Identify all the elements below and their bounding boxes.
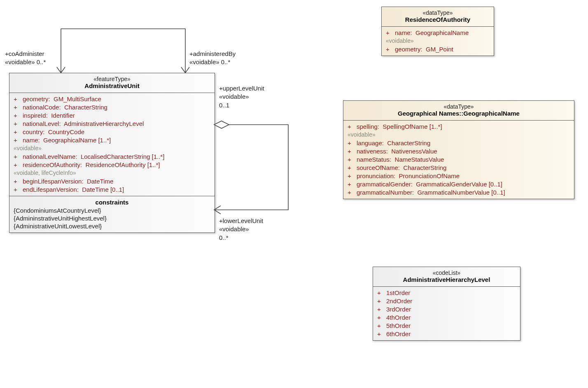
attribute-row: +name: GeographicalName [1..*] [14,136,210,144]
attributes: +spelling: SpellingOfName [1..*] «voidab… [343,121,574,199]
class-name: AdministrativeUnit [14,82,210,89]
stereotype: «dataType» [386,9,490,16]
label-upperlevelunit: +upperLevelUnit «voidable» 0..1 [219,84,264,109]
attribute-row: +grammaticalGender: GrammaticalGenderVal… [348,180,570,188]
attribute-row: +nationalCode: CharacterString [14,103,210,111]
attributes: +1stOrder+2ndOrder+3rdOrder+4thOrder+5th… [373,287,520,340]
lifecycle-label: «voidable, lifeCycleInfo» [14,169,210,177]
attribute-row: +nameStatus: NameStatusValue [348,155,570,163]
stereotype: «codeList» [377,270,516,276]
class-name: AdministrativeHierarchyLevel [377,276,516,283]
voidable-label: «voidable» [14,144,210,152]
attribute-row: +spelling: SpellingOfName [1..*] [348,122,570,130]
label-coadminister: +coAdminister «voidable» 0..* [5,50,46,67]
class-header: «codeList» AdministrativeHierarchyLevel [373,267,520,287]
attribute-row: +4thOrder [377,313,516,321]
attribute-row: +nationalLevel: AdministrativeHierarchyL… [14,119,210,128]
attribute-row: +language: CharacterString [348,139,570,147]
attribute-row: +inspireId: Identifier [14,111,210,119]
attribute-row: +nationalLevelName: LocalisedCharacterSt… [14,152,210,160]
attribute-row: +2ndOrder [377,297,516,305]
attribute-row: +1stOrder [377,288,516,297]
class-header: «dataType» ResidenceOfAuthority [382,7,494,27]
constraint: {AdmininstrativeUnitHighestLevel} [14,214,210,222]
label-lowerlevelunit: +lowerLevelUnit «voidable» 0..* [219,217,263,242]
attribute-row: +name: GeographicalName [386,28,490,37]
label-administeredby: +administeredBy «voidable» 0..* [189,50,236,67]
attribute-row: +5thOrder [377,321,516,330]
attribute-row: +grammaticalNumber: GrammaticalNumberVal… [348,188,570,196]
attribute-row: +3rdOrder [377,305,516,313]
attribute-row: +geometry: GM_MultiSurface [14,95,210,103]
class-header: «featureType» AdministrativeUnit [9,73,215,93]
class-administrative-unit: «featureType» AdministrativeUnit +geomet… [9,73,215,233]
class-residence-of-authority: «dataType» ResidenceOfAuthority +name: G… [381,7,494,56]
constraints: constraints {CondominiumsAtCountryLevel}… [9,196,215,232]
class-name: ResidenceOfAuthority [386,16,490,23]
stereotype: «featureType» [14,76,210,82]
constraint: {AdministrativeUnitLowestLevel} [14,222,210,230]
class-geographical-name: «dataType» Geographical Names::Geographi… [343,100,574,199]
attribute-row: +geometry: GM_Point [386,45,490,53]
attribute-row: +endLifespanVersion: DateTime [0..1] [14,185,210,193]
attribute-row: +country: CountryCode [14,128,210,136]
class-administrative-hierarchy-level: «codeList» AdministrativeHierarchyLevel … [373,267,520,341]
svg-marker-0 [214,121,229,128]
attributes: +geometry: GM_MultiSurface+nationalCode:… [9,93,215,196]
constraints-title: constraints [14,198,210,207]
attribute-row: +pronunciation: PronunciationOfName [348,172,570,180]
attribute-row: +sourceOfName: CharacterString [348,163,570,172]
attribute-row: +nativeness: NativenessValue [348,147,570,155]
voidable-label: «voidable» [386,37,490,45]
voidable-label: «voidable» [348,130,570,139]
attribute-row: +beginLifespanVersion: DateTime [14,177,210,185]
attribute-row: +residenceOfAuthority: ResidenceOfAuthor… [14,160,210,169]
constraint: {CondominiumsAtCountryLevel} [14,207,210,214]
class-name: Geographical Names::GeographicalName [348,110,570,117]
attributes: +name: GeographicalName «voidable» +geom… [382,27,494,56]
attribute-row: +6thOrder [377,330,516,338]
class-header: «dataType» Geographical Names::Geographi… [343,101,574,121]
stereotype: «dataType» [348,103,570,110]
